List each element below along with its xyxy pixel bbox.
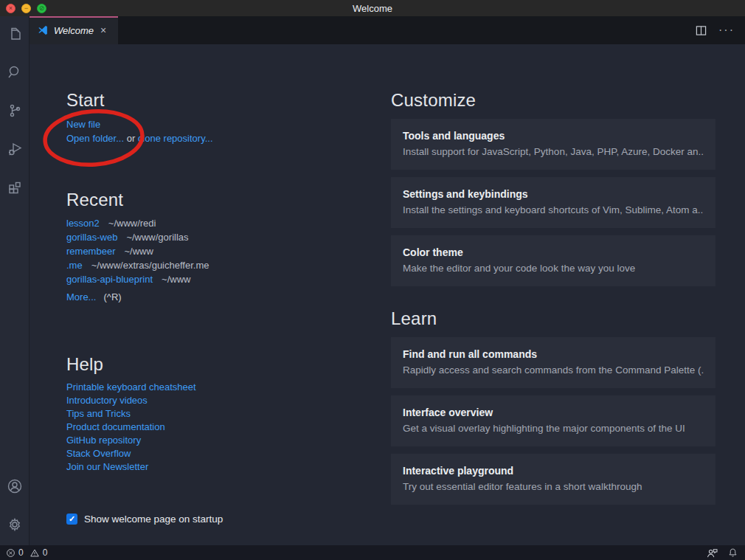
clone-repository-link[interactable]: clone repository... — [138, 133, 213, 144]
card-description: Make the editor and your code look the w… — [403, 261, 704, 276]
account-icon — [6, 477, 24, 498]
activity-bar — [0, 16, 30, 545]
card-description: Install support for JavaScript, Python, … — [403, 145, 704, 159]
card-title: Tools and languages — [403, 128, 704, 143]
card-title: Settings and keybindings — [403, 187, 704, 201]
warning-icon — [30, 548, 40, 558]
recent-folder-link[interactable]: gorillas-api-blueprint — [66, 274, 153, 285]
title-bar: Welcome × − ⊘ — [0, 0, 745, 16]
card-find-run-commands[interactable]: Find and run all commands Rapidly access… — [391, 337, 715, 388]
help-section: Help Printable keyboard cheatsheet Intro… — [66, 354, 361, 474]
inline-link[interactable]: Docker — [653, 146, 685, 157]
tab-close-icon[interactable]: × — [99, 24, 108, 36]
recent-item: gorillas-api-blueprint~/www — [66, 272, 361, 286]
extensions-icon — [6, 179, 24, 199]
more-actions-icon[interactable]: ··· — [718, 28, 735, 32]
settings-gear-icon — [6, 516, 24, 536]
customize-section: Customize Tools and languages Install su… — [391, 90, 715, 286]
sidebar-item-search[interactable] — [0, 55, 30, 93]
help-link-join-newsletter[interactable]: Join our Newsletter — [66, 460, 361, 474]
recent-heading: Recent — [66, 190, 361, 210]
recent-folder-path: ~/www/extras/guicheffer.me — [91, 260, 209, 271]
start-section: Start New file Open folder... or clone r… — [66, 90, 361, 145]
inline-link[interactable]: Atom — [666, 204, 690, 215]
checkbox-checked-icon[interactable]: ✓ — [66, 514, 77, 525]
inline-link[interactable]: Vim — [603, 204, 620, 215]
recent-folder-link[interactable]: .me — [66, 260, 83, 271]
card-description: Try out essential editor features in a s… — [403, 480, 704, 494]
card-interface-overview[interactable]: Interface overview Get a visual overlay … — [391, 395, 715, 446]
sidebar-item-source-control[interactable] — [0, 93, 30, 131]
welcome-page: Start New file Open folder... or clone r… — [30, 44, 745, 545]
help-link-github-repository[interactable]: GitHub repository — [66, 434, 361, 447]
window-title: Welcome — [0, 3, 745, 14]
card-title: Interactive playground — [403, 463, 704, 478]
recent-item: lesson2~/www/redi — [66, 216, 361, 230]
card-tools-and-languages[interactable]: Tools and languages Install support for … — [391, 119, 715, 170]
status-bar: 0 0 — [0, 545, 745, 560]
split-editor-icon[interactable] — [696, 25, 707, 36]
card-interactive-playground[interactable]: Interactive playground Try out essential… — [391, 454, 715, 505]
new-file-link[interactable]: New file — [66, 119, 100, 130]
error-icon — [6, 548, 15, 558]
card-color-theme[interactable]: Color theme Make the editor and your cod… — [391, 235, 715, 286]
tab-welcome[interactable]: Welcome × — [30, 16, 118, 44]
card-description: Install the settings and keyboard shortc… — [403, 203, 704, 218]
inline-link[interactable]: PHP — [597, 146, 616, 157]
customize-heading: Customize — [391, 90, 715, 111]
sidebar-item-run-debug[interactable] — [0, 131, 30, 170]
help-link-product-documentation[interactable]: Product documentation — [66, 421, 361, 434]
start-heading: Start — [66, 90, 361, 111]
warning-count: 0 — [43, 547, 48, 558]
card-title: Color theme — [403, 245, 704, 260]
bell-icon[interactable] — [728, 547, 738, 558]
inline-link[interactable]: JavaScript — [482, 146, 528, 157]
inline-link[interactable]: Azure — [621, 146, 647, 157]
inline-link[interactable]: Python — [534, 146, 565, 157]
recent-folder-path: ~/www/redi — [108, 218, 156, 229]
vscode-window: Welcome × − ⊘ — [0, 0, 745, 560]
source-control-icon — [6, 102, 24, 122]
tab-label: Welcome — [54, 25, 94, 36]
feedback-icon[interactable] — [707, 548, 718, 558]
recent-folder-path: ~/www/gorillas — [126, 232, 188, 243]
recent-folder-link[interactable]: gorillas-web — [66, 232, 117, 243]
check-glyph: ✓ — [69, 514, 75, 524]
account-button[interactable] — [0, 469, 30, 507]
help-link-tips-and-tricks[interactable]: Tips and Tricks — [66, 407, 361, 421]
help-link-introductory-videos[interactable]: Introductory videos — [66, 394, 361, 407]
show-welcome-checkbox-row[interactable]: ✓ Show welcome page on startup — [66, 514, 361, 525]
error-count: 0 — [18, 547, 24, 558]
show-welcome-label: Show welcome page on startup — [84, 514, 223, 525]
recent-item: remembeer~/www — [66, 244, 361, 258]
recent-folder-link[interactable]: remembeer — [66, 246, 115, 257]
run-debug-icon — [6, 140, 24, 161]
learn-section: Learn Find and run all commands Rapidly … — [391, 308, 715, 505]
help-link-stack-overflow[interactable]: Stack Overflow — [66, 447, 361, 460]
card-title: Find and run all commands — [403, 347, 704, 362]
card-description: Rapidly access and search commands from … — [403, 363, 704, 378]
sidebar-item-explorer[interactable] — [0, 16, 30, 55]
learn-heading: Learn — [391, 308, 715, 329]
recent-more-link[interactable]: More... — [66, 291, 96, 303]
help-link-keyboard-cheatsheet[interactable]: Printable keyboard cheatsheet — [66, 381, 361, 394]
settings-button[interactable] — [0, 507, 30, 545]
problems-indicator[interactable]: 0 0 — [6, 547, 47, 558]
card-settings-and-keybindings[interactable]: Settings and keybindings Install the set… — [391, 177, 715, 228]
sidebar-item-extensions[interactable] — [0, 170, 30, 208]
active-tab-accent — [30, 16, 118, 18]
card-description: Get a visual overlay highlighting the ma… — [403, 421, 704, 436]
recent-section: Recent lesson2~/www/redi gorillas-web~/w… — [66, 190, 361, 304]
recent-folder-link[interactable]: lesson2 — [66, 218, 100, 229]
explorer-icon — [6, 25, 24, 46]
open-folder-link[interactable]: Open folder... — [66, 133, 124, 144]
help-heading: Help — [66, 354, 361, 375]
inline-link[interactable]: Sublime — [625, 204, 661, 215]
vscode-logo-icon — [37, 24, 49, 36]
recent-item: .me~/www/extras/guicheffer.me — [66, 258, 361, 272]
recent-folder-path: ~/www — [162, 274, 190, 285]
card-title: Interface overview — [403, 405, 704, 420]
editor-group: Welcome × ··· Start — [30, 16, 745, 545]
recent-item: gorillas-web~/www/gorillas — [66, 230, 361, 244]
inline-link[interactable]: Java — [570, 146, 592, 157]
